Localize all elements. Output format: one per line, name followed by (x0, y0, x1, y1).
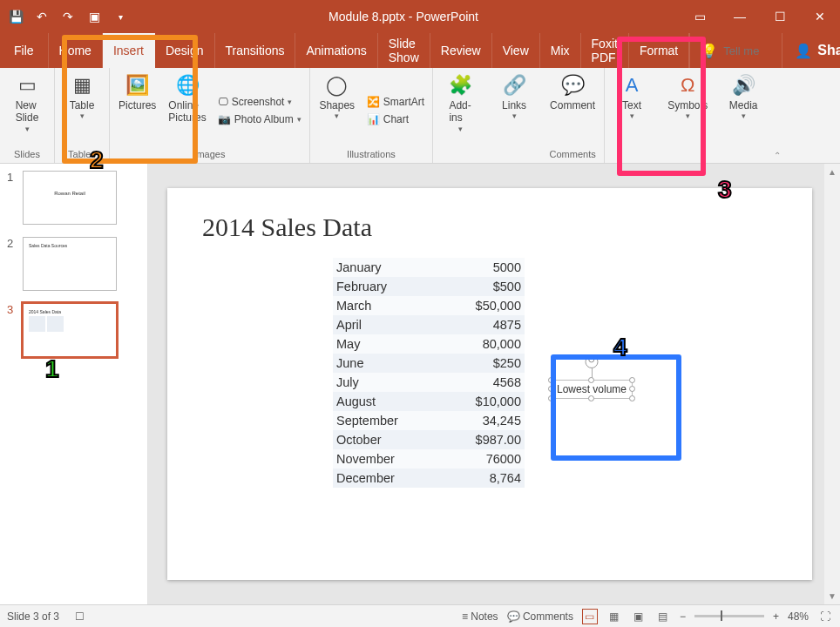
qat-more-icon[interactable]: ▾ (113, 10, 127, 24)
tab-foxit[interactable]: Foxit PDF (581, 33, 629, 68)
normal-view-icon[interactable]: ▭ (582, 609, 598, 624)
tab-view[interactable]: View (492, 33, 540, 68)
slide-title[interactable]: 2014 Sales Data (202, 212, 777, 242)
thumb-2[interactable]: 2 Sales Data Sources (7, 237, 140, 291)
tell-me-box[interactable]: 💡 (689, 33, 782, 68)
textbox-frame[interactable]: Lowest volume (551, 380, 633, 399)
tab-mix[interactable]: Mix (540, 33, 581, 68)
thumb-1-num: 1 (7, 171, 17, 184)
screenshot-icon: 🖵 (218, 96, 228, 108)
resize-handle-s[interactable] (588, 395, 594, 401)
chart-icon: 📊 (367, 113, 380, 125)
value-cell: 8,764 (490, 471, 521, 485)
photo-album-button[interactable]: 📷Photo Album (215, 112, 304, 126)
tab-design[interactable]: Design (155, 33, 215, 68)
status-bar: Slide 3 of 3 ☐ ≡ Notes 💬 Comments ▭ ▦ ▣ … (0, 604, 840, 627)
month-cell: August (336, 394, 376, 408)
zoom-slider[interactable] (694, 615, 764, 617)
zoom-thumb[interactable] (721, 610, 722, 621)
tab-home[interactable]: Home (49, 33, 103, 68)
zoom-level[interactable]: 48% (788, 610, 809, 623)
resize-handle-se[interactable] (629, 395, 635, 401)
chart-button[interactable]: 📊Chart (364, 112, 427, 126)
maximize-button[interactable]: ☐ (760, 0, 800, 33)
collapse-ribbon-icon[interactable]: ⌃ (770, 151, 784, 163)
group-symbols: Ω Symbols (659, 68, 716, 163)
zoom-out-button[interactable]: − (680, 610, 686, 623)
comments-button[interactable]: 💬 Comments (507, 610, 573, 623)
start-from-beginning-icon[interactable]: ▣ (87, 10, 101, 24)
online-pictures-button[interactable]: 🌐 Online Pictures (165, 71, 209, 149)
tab-transitions[interactable]: Transitions (215, 33, 296, 68)
rotate-handle-icon[interactable] (586, 355, 599, 368)
table-button[interactable]: ▦ Table (60, 71, 104, 149)
sorter-view-icon[interactable]: ▦ (606, 609, 622, 624)
tab-review[interactable]: Review (430, 33, 492, 68)
tell-me-input[interactable] (723, 44, 771, 57)
comment-icon: 💬 (559, 73, 586, 98)
media-label: Media (729, 99, 758, 111)
comment-button[interactable]: 💬 Comment (546, 71, 599, 149)
links-icon: 🔗 (500, 73, 528, 98)
fit-to-window-icon[interactable]: ⛶ (817, 609, 833, 624)
redo-icon[interactable]: ↷ (61, 10, 75, 24)
vertical-scrollbar[interactable]: ▲ ▼ (824, 164, 840, 604)
close-button[interactable]: ✕ (800, 0, 840, 33)
share-button[interactable]: 👤 Share (782, 33, 840, 68)
undo-icon[interactable]: ↶ (35, 10, 49, 24)
thumb-3[interactable]: 3 2014 Sales Data (7, 303, 140, 357)
links-button[interactable]: 🔗 Links (492, 71, 536, 149)
textbox-text[interactable]: Lowest volume (557, 383, 627, 395)
textbox-lowest-volume[interactable]: Lowest volume (551, 380, 633, 399)
addins-button[interactable]: 🧩 Add- ins (438, 71, 482, 149)
zoom-in-button[interactable]: + (773, 610, 779, 623)
month-cell: May (336, 337, 360, 351)
shapes-button[interactable]: ◯ Shapes (315, 71, 359, 149)
table-row: January5000 (333, 258, 525, 277)
resize-handle-nw[interactable] (548, 377, 554, 383)
thumb-2-preview: Sales Data Sources (23, 237, 117, 291)
resize-handle-e[interactable] (629, 386, 635, 392)
lightbulb-icon: 💡 (701, 43, 718, 59)
group-media: 🔊 Media (716, 68, 770, 163)
media-group-label (721, 149, 765, 161)
pictures-button[interactable]: 🖼️ Pictures (115, 71, 159, 149)
scroll-down-icon[interactable]: ▼ (828, 591, 837, 601)
ribbon-display-options-icon[interactable]: ▭ (680, 0, 720, 33)
slide-counter[interactable]: Slide 3 of 3 (7, 610, 59, 623)
minimize-button[interactable]: — (720, 0, 760, 33)
tab-slideshow[interactable]: Slide Show (378, 33, 430, 68)
slide-canvas[interactable]: 2014 Sales Data January5000February$500M… (167, 188, 812, 580)
table-row: October$987.00 (333, 430, 525, 449)
resize-handle-ne[interactable] (629, 377, 635, 383)
table-row: September34,245 (333, 411, 525, 430)
sales-table[interactable]: January5000February$500March$50,000April… (333, 258, 525, 488)
window-controls: ▭ — ☐ ✕ (680, 0, 840, 33)
thumb-1[interactable]: 1 Rowan Retail (7, 171, 140, 225)
slideshow-view-icon[interactable]: ▤ (655, 609, 671, 624)
resize-handle-n[interactable] (588, 377, 594, 383)
tab-format[interactable]: Format (629, 33, 689, 68)
links-label: Links (502, 99, 526, 111)
tab-file[interactable]: File (0, 33, 49, 68)
month-cell: June (336, 356, 363, 370)
tab-insert[interactable]: Insert (103, 33, 155, 68)
comments-group-label: Comments (546, 149, 599, 161)
online-pictures-icon: 🌐 (173, 73, 201, 98)
notes-button[interactable]: ≡ Notes (462, 610, 498, 623)
screenshot-button[interactable]: 🖵Screenshot (215, 95, 304, 109)
resize-handle-w[interactable] (548, 386, 554, 392)
ribbon: ▭ New Slide Slides ▦ Table Tables 🖼️ Pic… (0, 68, 840, 164)
media-button[interactable]: 🔊 Media (721, 71, 765, 149)
scroll-up-icon[interactable]: ▲ (828, 167, 837, 177)
reading-view-icon[interactable]: ▣ (631, 609, 647, 624)
smartart-button[interactable]: 🔀SmartArt (364, 95, 427, 109)
save-icon[interactable]: 💾 (9, 10, 23, 24)
value-cell: 4875 (493, 318, 521, 332)
text-button[interactable]: A Text (610, 71, 654, 149)
resize-handle-sw[interactable] (548, 395, 554, 401)
symbols-button[interactable]: Ω Symbols (664, 71, 711, 149)
spellcheck-icon[interactable]: ☐ (71, 609, 87, 624)
tab-animations[interactable]: Animations (295, 33, 377, 68)
new-slide-button[interactable]: ▭ New Slide (5, 71, 49, 149)
